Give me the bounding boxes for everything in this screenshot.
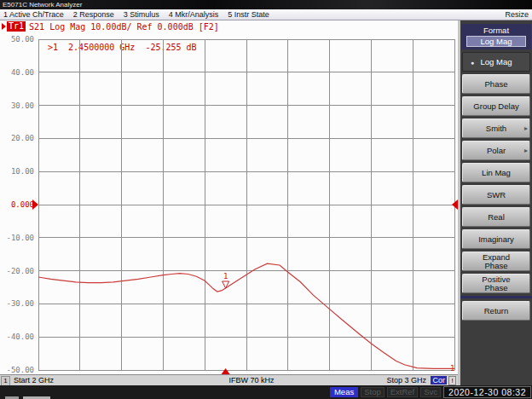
softkey-log-mag[interactable]: ●Log Mag [462,52,530,72]
softkey-expand-phase[interactable]: ExpandPhase [462,252,530,271]
menu-bar: 1 Active Ch/Trace 2 Response 3 Stimulus … [0,9,532,20]
softkey-lin-mag[interactable]: Lin Mag [462,163,530,182]
softkey-menu-header: Format Log Mag [461,24,531,49]
svc-status-label: Svc [420,387,441,397]
menu-stimulus[interactable]: 3 Stimulus [124,10,159,19]
window-title: E5071C Network Analyzer [3,1,82,9]
status-alert-badge: ! [448,376,456,385]
extref-status-label: ExtRef [387,387,419,397]
softkey-phase[interactable]: Phase [462,74,530,94]
channel-status-bar: 1 Start 2 GHz IFBW 70 kHz Stop 3 GHz Cor… [0,374,458,385]
ifbw-label: IFBW 70 kHz [196,376,307,385]
submenu-arrow-icon: ▸ [524,124,528,133]
softkey-panel: Format Log Mag ●Log MagPhaseGroup DelayS… [458,20,532,385]
menu-response[interactable]: 2 Response [73,10,114,19]
trace1-format-text: S21 Log Mag 10.00dB/ Ref 0.000dB [F2] [29,22,219,32]
trace-status-row: Tr1 S21 Log Mag 10.00dB/ Ref 0.000dB [F2… [0,20,458,32]
datetime-display: 2020-12-30 08:32 [443,386,531,398]
sweep-start-label: Start 2 GHz [14,376,54,385]
plot-area: 11 [0,32,458,374]
resize-button[interactable]: Resize [505,10,532,19]
softkey-return[interactable]: Return [462,301,530,321]
correction-badge: Cor [431,376,447,385]
marker-1-label: 1 [223,272,228,280]
softkey-menu-current-value: Log Mag [466,36,526,47]
marker-stimulus-triangle [222,368,230,374]
softkey-positive-phase[interactable]: PositivePhase [462,274,530,293]
channel-window: Tr1 S21 Log Mag 10.00dB/ Ref 0.000dB [F2… [0,20,458,385]
softkey-group-delay[interactable]: Group Delay [462,96,530,116]
softkey-swr[interactable]: SWR [462,185,530,205]
softkey-divider [460,296,532,298]
submenu-arrow-icon: ▸ [524,147,528,155]
sweep-stop-label: Stop 3 GHz [386,376,426,385]
softkey-list: ●Log MagPhaseGroup DelaySmith▸Polar▸Lin … [460,52,532,321]
menu-instr-state[interactable]: 5 Instr State [228,10,269,19]
menu-active-ch-trace[interactable]: 1 Active Ch/Trace [3,10,64,19]
stop-status-label: Stop [361,387,385,397]
softkey-imaginary[interactable]: Imaginary [462,229,530,249]
selected-bullet-icon: ● [471,59,474,67]
window-titlebar[interactable]: E5071C Network Analyzer [0,0,532,9]
softkey-real[interactable]: Real [462,207,530,227]
instrument-status-bar: Meas Stop ExtRef Svc 2020-12-30 08:32 [0,385,532,399]
softkey-smith[interactable]: Smith▸ [462,119,530,138]
softkey-menu-title: Format [461,26,531,35]
softkey-polar[interactable]: Polar▸ [462,141,530,160]
menu-mkr-analysis[interactable]: 4 Mkr/Analysis [169,10,219,19]
meas-status-badge: Meas [330,387,358,397]
trace-end-number: 1 [450,364,454,373]
trace1-badge[interactable]: Tr1 [7,21,26,32]
active-trace-arrow-icon [2,23,6,30]
vna-screen: E5071C Network Analyzer 1 Active Ch/Trac… [0,0,532,399]
